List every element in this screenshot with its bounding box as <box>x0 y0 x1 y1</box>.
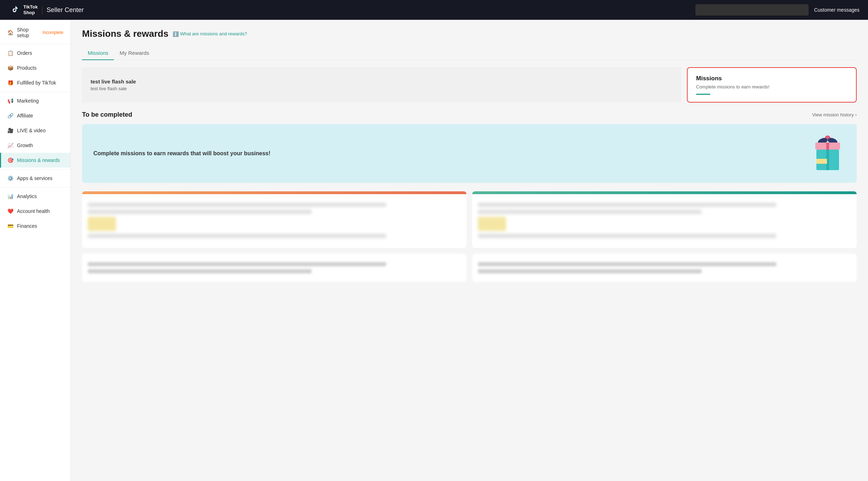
sidebar-label-health: Account health <box>17 208 50 214</box>
top-content-row: test live flash sale test live flash sal… <box>82 67 857 103</box>
live-icon: 🎥 <box>7 127 13 134</box>
tiktok-logo[interactable]: TikTok Shop <box>8 4 38 16</box>
sidebar-label-shop-setup: Shop setup <box>17 27 37 38</box>
section-title: To be completed <box>82 111 132 118</box>
blurred-bottom-card-2 <box>472 254 857 282</box>
sidebar-divider-3 <box>0 169 70 169</box>
cta-text: Complete missions to earn rewards that w… <box>93 150 271 157</box>
blurred-strip-1 <box>82 191 467 194</box>
layout: 🏠 Shop setup Incomplete 📋 Orders 📦 Produ… <box>0 20 868 481</box>
sidebar-item-shop-setup[interactable]: 🏠 Shop setup Incomplete <box>0 23 70 42</box>
page-header: Missions & rewards ℹ️ What are missions … <box>82 28 857 39</box>
sidebar-label-orders: Orders <box>17 50 32 56</box>
affiliate-icon: 🔗 <box>7 112 13 119</box>
finances-icon: 💳 <box>7 223 13 229</box>
sidebar-item-live-video[interactable]: 🎥 LIVE & video <box>0 123 70 138</box>
sidebar-label-fulfilled: Fulfilled by TikTok <box>17 80 56 86</box>
home-icon: 🏠 <box>7 29 13 36</box>
growth-icon: 📈 <box>7 142 13 149</box>
sidebar: 🏠 Shop setup Incomplete 📋 Orders 📦 Produ… <box>0 20 71 481</box>
apps-icon: ⚙️ <box>7 175 13 181</box>
flash-sale-card: test live flash sale test live flash sal… <box>82 67 681 103</box>
header: TikTok Shop Seller Center Customer messa… <box>0 0 868 20</box>
svg-rect-0 <box>8 4 21 16</box>
page-title: Missions & rewards <box>82 28 168 39</box>
missions-card-title: Missions <box>696 75 847 82</box>
blurred-card-inner-2 <box>472 194 857 247</box>
analytics-icon: 📊 <box>7 193 13 199</box>
tabs-container: Missions My Rewards <box>82 46 857 60</box>
seller-center-title: Seller Center <box>47 6 84 14</box>
view-history-link[interactable]: View mission history › <box>812 112 857 117</box>
sidebar-label-affiliate: Affiliate <box>17 113 33 118</box>
header-right: Customer messages <box>695 4 860 16</box>
sidebar-label-marketing: Marketing <box>17 98 39 104</box>
header-divider <box>42 6 42 14</box>
help-link-text: What are missions and rewards? <box>180 31 247 36</box>
megaphone-icon: 📢 <box>7 98 13 104</box>
sidebar-item-fulfilled[interactable]: 🎁 Fulfilled by TikTok <box>0 75 70 90</box>
sidebar-divider-2 <box>0 92 70 92</box>
sidebar-label-missions: Missions & rewards <box>17 157 60 163</box>
sidebar-label-analytics: Analytics <box>17 193 37 199</box>
box-icon: 🎁 <box>7 80 13 86</box>
sidebar-item-account-health[interactable]: ❤️ Account health <box>0 204 70 219</box>
gift-illustration <box>810 134 845 173</box>
sidebar-item-orders[interactable]: 📋 Orders <box>0 46 70 60</box>
missions-card-subtitle: Complete missions to earn rewards! <box>696 84 847 89</box>
svg-rect-5 <box>826 143 829 150</box>
main-content: Missions & rewards ℹ️ What are missions … <box>71 20 868 481</box>
blurred-bottom-card-1 <box>82 254 467 282</box>
sidebar-item-marketing[interactable]: 📢 Marketing <box>0 93 70 108</box>
sidebar-label-live: LIVE & video <box>17 128 46 133</box>
blurred-card-2 <box>472 191 857 248</box>
missions-card: Missions Complete missions to earn rewar… <box>687 67 857 103</box>
sidebar-divider-1 <box>0 44 70 44</box>
sidebar-divider-4 <box>0 187 70 187</box>
sidebar-item-analytics[interactable]: 📊 Analytics <box>0 189 70 204</box>
health-icon: ❤️ <box>7 208 13 214</box>
search-bar[interactable] <box>695 4 809 16</box>
sidebar-item-missions[interactable]: 🎯 Missions & rewards <box>0 153 70 168</box>
sidebar-item-finances[interactable]: 💳 Finances <box>0 219 70 233</box>
chevron-right-icon: › <box>855 112 857 117</box>
missions-icon: 🎯 <box>7 157 13 163</box>
svg-rect-8 <box>816 159 827 164</box>
customer-messages-button[interactable]: Customer messages <box>814 7 860 13</box>
sidebar-item-apps[interactable]: ⚙️ Apps & services <box>0 171 70 186</box>
missions-underline <box>696 94 710 95</box>
sidebar-item-products[interactable]: 📦 Products <box>0 60 70 75</box>
flash-sale-subtitle: test live flash sale <box>91 86 673 91</box>
sidebar-label-apps: Apps & services <box>17 175 52 181</box>
section-header: To be completed View mission history › <box>82 111 857 118</box>
sidebar-item-affiliate[interactable]: 🔗 Affiliate <box>0 108 70 123</box>
flash-sale-title: test live flash sale <box>91 79 673 85</box>
blurred-bottom-row <box>82 254 857 282</box>
blurred-strip-2 <box>472 191 857 194</box>
blurred-card-inner-1 <box>82 194 467 247</box>
blurred-missions-row <box>82 191 857 248</box>
cta-banner: Complete missions to earn rewards that w… <box>82 124 857 183</box>
sidebar-label-finances: Finances <box>17 223 37 229</box>
blurred-card-1 <box>82 191 467 248</box>
gift-box-svg <box>810 134 845 173</box>
products-icon: 📦 <box>7 65 13 71</box>
logo-text: TikTok Shop <box>23 4 38 15</box>
tiktok-icon <box>8 4 21 16</box>
help-icon: ℹ️ <box>173 31 179 37</box>
tab-my-rewards[interactable]: My Rewards <box>114 46 155 60</box>
sidebar-item-growth[interactable]: 📈 Growth <box>0 138 70 153</box>
sidebar-label-products: Products <box>17 65 36 71</box>
header-left: TikTok Shop Seller Center <box>8 4 84 16</box>
sidebar-label-growth: Growth <box>17 143 33 148</box>
view-history-text: View mission history <box>812 112 854 117</box>
incomplete-badge: Incomplete <box>42 30 63 35</box>
orders-icon: 📋 <box>7 50 13 56</box>
tab-missions[interactable]: Missions <box>82 46 114 60</box>
help-link[interactable]: ℹ️ What are missions and rewards? <box>173 31 247 37</box>
